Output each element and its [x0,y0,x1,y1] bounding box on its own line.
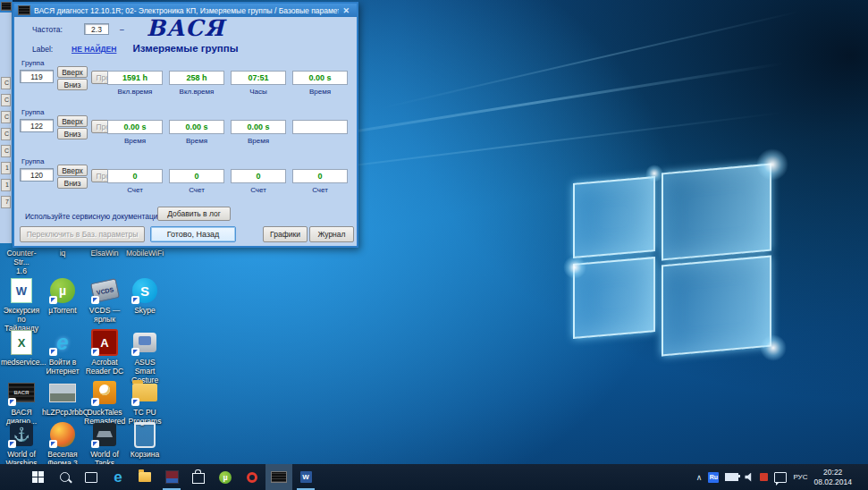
group3-up-button[interactable]: Вверх [57,165,88,176]
measure-value: 1591 h [107,71,163,85]
group1-down-button[interactable]: Вниз [57,79,88,90]
page-title: Измеряемые группы [14,43,357,54]
vcds-icon: VCDS [91,277,118,304]
taskbar-opera[interactable] [239,464,265,490]
taskbar-file-explorer[interactable] [131,464,158,490]
group2-down-button[interactable]: Вниз [57,128,88,139]
measure-value: 07:51 [231,71,286,85]
taskbar-search-button[interactable] [51,464,78,490]
desktop-icon-farm-frenzy[interactable]: Веселая Ферма 3 [42,421,83,468]
frequency-label: Частота: [32,25,63,34]
shortcut-arrow-icon [8,440,16,448]
desktop-icon-tc-pu-programs[interactable]: TC PU Programs [124,379,165,426]
measure-value: 0.00 s [231,120,286,134]
clock-date: 08.02.2014 [813,477,852,486]
shortcut-arrow-icon [131,398,139,406]
switch-basic-button: Переключить в Баз. параметры [20,226,145,242]
start-button[interactable] [24,464,51,490]
taskbar-edge[interactable]: e [105,464,131,490]
desktop-icon-recycle-bin[interactable]: Корзина [124,421,165,459]
list-item: C [1,94,11,106]
desktop-icon-vasya[interactable]: ВАСЯ ВАСЯ диагно... [1,379,42,426]
taskbar-clock[interactable]: 20:22 08.02.2014 [813,468,852,486]
desktop-icon-wot[interactable]: World of Tanks [84,421,125,468]
touchpad-icon [131,329,158,356]
clock-time: 20:22 [823,468,842,477]
taskbar-media-app[interactable] [158,464,185,490]
shortcut-arrow-icon [131,296,139,304]
group3-number-input[interactable]: 120 [20,168,54,182]
desktop-icon-internet[interactable]: e Войти в Интернет [42,329,83,376]
language-indicator[interactable]: РУС [793,473,807,481]
shortcut-arrow-icon [49,348,57,356]
background-window[interactable]: C C C C C 1 1 7 [0,0,13,243]
label-not-found-link[interactable]: НЕ НАЙДЕН [72,45,116,54]
group1-number-input[interactable]: 119 [20,70,54,83]
anchor-icon: ⚓ [8,421,35,448]
journal-button[interactable]: Журнал [309,226,354,242]
done-back-button[interactable]: Готово, Назад [150,226,236,242]
window-title: ВАСЯ диагност 12.10.1R; 02- Электроника … [34,6,339,15]
light-flare [756,148,788,181]
desktop-icon-word-doc[interactable]: W Экскурсия по Тайланду [1,277,42,333]
shortcut-arrow-icon [91,296,99,304]
skype-icon: S [131,277,158,304]
desktop-icon-asus-gesture[interactable]: ASUS Smart Gesture [124,329,165,384]
group1-up-button[interactable]: Вверх [57,66,88,78]
shortcut-arrow-icon [8,398,16,406]
measure-label: Время [107,137,163,145]
shortcut-arrow-icon [49,440,57,448]
taskbar: e µ W ∧ Ru РУС 20:22 08.02.2014 [0,464,868,490]
measure-value: 258 h [169,71,224,85]
frequency-input[interactable]: 2.3 [84,23,109,35]
shortcut-arrow-icon [91,348,99,356]
task-view-button[interactable] [78,464,105,490]
system-tray: ∧ Ru РУС 20:22 08.02.2014 [696,464,868,490]
group2-number-input[interactable]: 122 [20,119,54,132]
desktop-icon-vcds[interactable]: VCDS VCDS — ярлык [84,277,125,324]
shortcut-arrow-icon [91,398,99,406]
desktop-icon-wows[interactable]: ⚓ World of Warships [1,421,42,468]
speaker-icon[interactable] [745,473,754,482]
measure-value: 0 [107,169,163,183]
add-to-log-button[interactable]: Добавить в лог [157,207,231,221]
vasya-app-icon [1,2,12,11]
group-caption: Группа [21,59,44,67]
light-flare [645,165,663,182]
battery-icon[interactable] [725,473,738,481]
recycle-bin-icon [131,421,158,448]
service-hint: Используйте сервисную документацию! [25,212,165,221]
measure-value [292,120,348,134]
desktop-icon-utorrent[interactable]: µ µTorrent [42,277,83,315]
measure-value: 0.00 s [107,120,163,134]
group3-down-button[interactable]: Вниз [57,177,88,189]
desktop-icon-skype[interactable]: S Skype [124,277,165,315]
vasya-app-icon [271,471,287,483]
close-icon[interactable]: ✕ [339,6,353,15]
desktop-icon-ducktales[interactable]: DuckTales Remastered [84,379,125,426]
taskbar-utorrent[interactable]: µ [212,464,239,490]
tray-chevron-icon[interactable]: ∧ [696,473,703,482]
shortcut-arrow-icon [49,296,57,304]
taskbar-word[interactable]: W [292,464,319,490]
punto-switcher-icon[interactable]: Ru [708,472,719,483]
taskbar-vasya-diagnost[interactable] [265,464,292,490]
action-center-icon[interactable] [774,472,787,483]
farm-frenzy-icon [49,421,76,448]
group2-up-button[interactable]: Вверх [57,115,88,127]
graphs-button[interactable]: Графики [263,226,308,242]
tray-app-icon[interactable] [760,473,768,481]
word-document-icon: W [8,277,35,304]
measure-value: 0 [231,169,286,183]
taskbar-store[interactable] [185,464,212,490]
desktop-icon-photo[interactable]: hLZPcpJrbbQ [42,379,83,417]
media-app-icon [165,470,179,484]
light-flare [563,256,586,279]
light-flare [760,334,787,361]
desktop-icon-medservice[interactable]: X medservice... [1,329,42,367]
measure-label: Вкл.время [169,88,224,96]
acrobat-reader-icon: A [91,329,118,356]
search-icon [60,472,70,482]
desktop-icon-acrobat[interactable]: A Acrobat Reader DC [84,329,125,376]
utorrent-icon: µ [49,277,76,304]
